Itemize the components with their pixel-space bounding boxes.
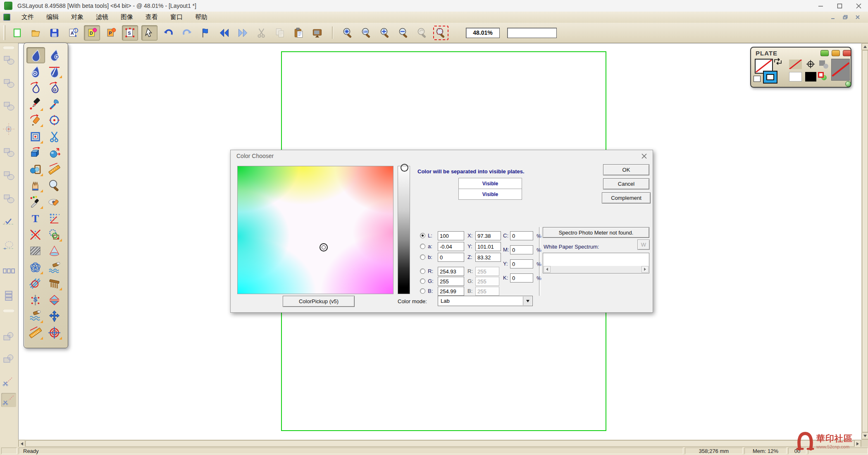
zoom-fit-icon[interactable] bbox=[340, 26, 355, 40]
horizontal-scrollbar[interactable] bbox=[18, 440, 861, 447]
menu-6[interactable]: 查看 bbox=[139, 12, 164, 22]
input-C[interactable]: 0 bbox=[510, 231, 533, 240]
overprint-swatch[interactable] bbox=[789, 60, 802, 69]
doc-a-icon[interactable]: A bbox=[65, 26, 81, 40]
plate-visible-2[interactable]: Visible bbox=[458, 189, 522, 200]
dialog-title-bar[interactable]: Color Chooser bbox=[231, 150, 653, 162]
current-plate-swatch[interactable] bbox=[831, 59, 850, 81]
close-icon[interactable] bbox=[849, 0, 868, 12]
input-Z[interactable]: 83.32 bbox=[475, 253, 501, 262]
zoom-level-field[interactable]: 48.01% bbox=[466, 28, 500, 38]
input-a[interactable]: -0.04 bbox=[438, 242, 464, 251]
check-guide-icon[interactable] bbox=[1, 215, 16, 229]
zoom-100-icon[interactable]: 100 bbox=[359, 26, 374, 40]
shape-pair-icon[interactable] bbox=[1, 145, 16, 159]
halftone-angle-tool[interactable] bbox=[45, 211, 63, 226]
text-tool-tool[interactable]: T bbox=[26, 211, 44, 226]
sphere-transform-tool[interactable] bbox=[45, 145, 63, 160]
combo-dropdown-icon[interactable] bbox=[523, 297, 532, 305]
lightness-slider[interactable] bbox=[398, 166, 410, 294]
input-b[interactable]: 0 bbox=[438, 253, 464, 262]
dialog-close-icon[interactable] bbox=[639, 152, 649, 160]
wrench-tool[interactable] bbox=[45, 96, 63, 112]
cancel-button[interactable]: Cancel bbox=[603, 178, 649, 189]
input-L[interactable]: 100 bbox=[438, 231, 464, 240]
input-M[interactable]: 0 bbox=[510, 245, 533, 254]
input-Y[interactable]: 0 bbox=[510, 259, 533, 268]
zoom-out-icon[interactable] bbox=[396, 26, 411, 40]
plate-collapse-button[interactable] bbox=[820, 50, 829, 56]
hand-pan-tool[interactable] bbox=[26, 178, 44, 193]
save-icon[interactable] bbox=[47, 26, 62, 40]
new-document-icon[interactable] bbox=[10, 26, 25, 40]
brush-wave-2-tool[interactable] bbox=[26, 309, 44, 324]
shape-rotate-copy-tool[interactable] bbox=[45, 80, 63, 95]
combine-shapes-icon[interactable] bbox=[1, 352, 16, 366]
plate-visible-1[interactable]: Visible bbox=[458, 178, 522, 189]
strip-drag-handle[interactable] bbox=[3, 309, 14, 312]
hatch-fill-tool[interactable] bbox=[26, 243, 44, 259]
radio-L[interactable] bbox=[420, 233, 425, 238]
input-K[interactable]: 0 bbox=[510, 273, 533, 283]
measure-ruler-tool[interactable] bbox=[26, 325, 44, 340]
swap-colors-icon[interactable] bbox=[773, 57, 782, 66]
node-cut-tool[interactable] bbox=[45, 64, 63, 79]
maximize-icon[interactable] bbox=[830, 0, 849, 12]
shape-pair-icon[interactable] bbox=[1, 53, 16, 67]
mdi-minimize-icon[interactable] bbox=[827, 13, 839, 22]
circle-center-tool[interactable] bbox=[45, 113, 63, 128]
center-guide-icon[interactable] bbox=[1, 122, 16, 136]
cone-3d-tool[interactable] bbox=[45, 243, 63, 259]
frame-inset-tool[interactable] bbox=[26, 129, 44, 144]
stack-bars-icon[interactable] bbox=[1, 289, 16, 303]
hatch-angle-tool[interactable] bbox=[26, 276, 44, 291]
ok-button[interactable]: OK bbox=[603, 164, 649, 175]
shape-cut-icon[interactable] bbox=[1, 393, 16, 407]
minimize-icon[interactable] bbox=[811, 0, 830, 12]
plate-options-button[interactable] bbox=[832, 50, 840, 56]
select-cursor-icon[interactable] bbox=[141, 25, 157, 41]
radio-R[interactable] bbox=[420, 268, 425, 274]
node-target-tool[interactable] bbox=[26, 64, 44, 79]
menu-2[interactable]: 编辑 bbox=[40, 12, 65, 22]
input-X[interactable]: 97.38 bbox=[475, 231, 501, 240]
pencil-arc-tool[interactable] bbox=[26, 113, 44, 128]
radio-B[interactable] bbox=[420, 288, 425, 294]
combine-shapes-icon[interactable] bbox=[1, 330, 16, 344]
fill-small-swatch[interactable] bbox=[754, 76, 761, 82]
menu-7[interactable]: 窗口 bbox=[164, 12, 189, 22]
shape-pair-icon[interactable] bbox=[1, 99, 16, 113]
toolbar-blank-field[interactable] bbox=[507, 28, 557, 38]
strip-drag-handle[interactable] bbox=[3, 46, 14, 49]
scissors-tool[interactable] bbox=[45, 129, 63, 144]
menu-5[interactable]: 图像 bbox=[114, 12, 139, 22]
counter-boxes-icon[interactable] bbox=[1, 264, 16, 278]
w-button[interactable]: W bbox=[637, 239, 650, 250]
document-icon[interactable] bbox=[3, 14, 10, 21]
doc-d-icon[interactable]: D bbox=[84, 25, 100, 41]
node-add-tool[interactable] bbox=[45, 47, 63, 62]
plate-close-button[interactable] bbox=[843, 50, 851, 56]
radio-b[interactable] bbox=[420, 254, 425, 260]
zoom-marquee-icon[interactable] bbox=[433, 26, 448, 40]
doc-s-icon[interactable]: S bbox=[122, 25, 138, 41]
doc-p-icon[interactable]: P bbox=[103, 26, 119, 40]
menu-1[interactable]: 文件 bbox=[15, 12, 40, 22]
shape-overlap-tool[interactable] bbox=[45, 227, 63, 242]
measure-small-tool[interactable] bbox=[45, 162, 63, 177]
color-mode-select[interactable]: Lab bbox=[438, 296, 533, 306]
vertical-scrollbar[interactable] bbox=[861, 43, 868, 440]
register-target-tool[interactable] bbox=[45, 325, 63, 340]
history-back-icon[interactable] bbox=[217, 26, 232, 40]
triangle-flip-tool[interactable] bbox=[45, 292, 63, 308]
input-G[interactable]: 255 bbox=[438, 277, 464, 286]
shape-pair-icon[interactable] bbox=[1, 76, 16, 90]
menu-8[interactable]: 帮助 bbox=[189, 12, 214, 22]
move-tool-tool[interactable] bbox=[45, 309, 63, 324]
lightness-slider-marker[interactable] bbox=[401, 164, 408, 172]
paste-icon[interactable] bbox=[291, 26, 306, 40]
redo-icon[interactable] bbox=[179, 26, 195, 40]
color-field[interactable] bbox=[237, 166, 393, 294]
zoom-in-icon[interactable] bbox=[377, 26, 393, 40]
box-3d-tool[interactable] bbox=[26, 145, 44, 160]
